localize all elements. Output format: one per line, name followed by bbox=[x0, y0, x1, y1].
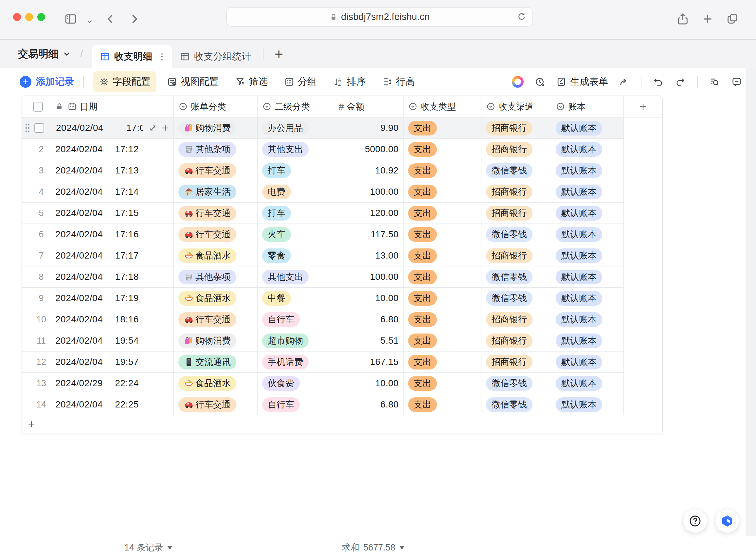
channel-cell[interactable]: 招商银行 bbox=[482, 352, 551, 373]
category-tag[interactable]: 购物消费 bbox=[178, 121, 236, 135]
date-cell[interactable]: 112024/02/0419:54 bbox=[22, 330, 174, 352]
channel-tag[interactable]: 招商银行 bbox=[486, 121, 532, 135]
date-cell[interactable]: 132024/02/2922:24 bbox=[22, 373, 174, 394]
subcategory-cell[interactable]: 伙食费 bbox=[258, 373, 334, 394]
ledger-cell[interactable]: 默认账本 bbox=[551, 139, 624, 160]
type-cell[interactable]: 支出 bbox=[403, 352, 482, 373]
type-cell[interactable]: 支出 bbox=[403, 266, 482, 288]
back-button-icon[interactable] bbox=[103, 11, 118, 27]
type-tag[interactable]: 支出 bbox=[408, 185, 437, 199]
ledger-tag[interactable]: 默认账本 bbox=[556, 142, 602, 157]
redo-icon[interactable] bbox=[674, 75, 687, 88]
ledger-cell[interactable]: 默认账本 bbox=[551, 203, 624, 224]
category-cell[interactable]: 食品酒水 bbox=[174, 373, 258, 394]
ledger-cell[interactable]: 默认账本 bbox=[551, 245, 624, 266]
channel-cell[interactable]: 招商银行 bbox=[482, 181, 551, 203]
ledger-cell[interactable]: 默认账本 bbox=[551, 224, 624, 245]
type-tag[interactable]: 支出 bbox=[408, 248, 437, 263]
amount-cell[interactable]: 9.90 bbox=[334, 117, 403, 139]
type-tag[interactable]: 支出 bbox=[408, 334, 437, 348]
amount-cell[interactable]: 100.00 bbox=[334, 181, 403, 203]
channel-cell[interactable]: 招商银行 bbox=[482, 245, 551, 266]
table-row[interactable]: 142024/02/0422:25行车交通自行车6.80支出微信零钱默认账本 bbox=[22, 394, 662, 415]
table-row[interactable]: 102024/02/0418:16行车交通自行车6.80支出招商银行默认账本 bbox=[22, 309, 662, 330]
tab-grouped-stats[interactable]: 收支分组统计 bbox=[172, 45, 259, 68]
subcategory-cell[interactable]: 手机话费 bbox=[258, 352, 334, 373]
type-tag[interactable]: 支出 bbox=[408, 355, 437, 370]
comment-icon[interactable] bbox=[731, 75, 743, 88]
channel-cell[interactable]: 招商银行 bbox=[482, 117, 551, 139]
category-cell[interactable]: 食品酒水 bbox=[174, 288, 258, 309]
amount-cell[interactable]: 10.92 bbox=[334, 160, 403, 181]
category-cell[interactable]: 其他杂项 bbox=[174, 139, 258, 160]
history-icon[interactable] bbox=[533, 75, 546, 88]
category-tag[interactable]: 其他杂项 bbox=[178, 270, 236, 285]
subcategory-tag[interactable]: 手机话费 bbox=[262, 355, 309, 370]
bitable-logo-button[interactable] bbox=[715, 509, 739, 533]
channel-tag[interactable]: 微信零钱 bbox=[486, 227, 532, 242]
category-cell[interactable]: 食品酒水 bbox=[174, 245, 258, 266]
channel-tag[interactable]: 微信零钱 bbox=[486, 376, 532, 391]
channel-tag[interactable]: 招商银行 bbox=[486, 355, 532, 370]
subcategory-tag[interactable]: 超市购物 bbox=[262, 334, 309, 348]
amount-cell[interactable]: 5000.00 bbox=[334, 139, 403, 160]
ledger-cell[interactable]: 默认账本 bbox=[551, 352, 624, 373]
channel-tag[interactable]: 微信零钱 bbox=[486, 163, 532, 178]
category-cell[interactable]: 交流通讯 bbox=[174, 352, 258, 373]
ledger-tag[interactable]: 默认账本 bbox=[556, 121, 602, 135]
reload-icon[interactable] bbox=[516, 12, 527, 22]
channel-tag[interactable]: 招商银行 bbox=[486, 334, 532, 348]
ledger-tag[interactable]: 默认账本 bbox=[556, 270, 602, 285]
generate-form-button[interactable]: 生成表单 bbox=[556, 75, 608, 88]
subcategory-tag[interactable]: 零食 bbox=[262, 248, 291, 263]
help-button[interactable] bbox=[683, 509, 707, 533]
subcategory-tag[interactable]: 打车 bbox=[262, 206, 291, 221]
table-row[interactable]: 122024/02/0419:57交流通讯手机话费167.15支出招商银行默认账… bbox=[22, 352, 662, 373]
category-cell[interactable]: 行车交通 bbox=[174, 394, 258, 415]
date-cell[interactable]: 72024/02/0417:17 bbox=[22, 245, 174, 266]
channel-cell[interactable]: 招商银行 bbox=[482, 330, 551, 352]
date-cell[interactable]: 32024/02/0417:13 bbox=[22, 160, 174, 181]
share-page-icon[interactable] bbox=[675, 11, 691, 27]
category-tag[interactable]: 购物消费 bbox=[178, 334, 236, 348]
type-tag[interactable]: 支出 bbox=[408, 227, 437, 242]
category-tag[interactable]: 行车交通 bbox=[178, 163, 236, 178]
subcategory-tag[interactable]: 中餐 bbox=[262, 291, 291, 306]
column-header-type[interactable]: 收支类型 bbox=[403, 96, 482, 117]
ledger-tag[interactable]: 默认账本 bbox=[556, 163, 602, 178]
column-header-amount[interactable]: # 金额 bbox=[334, 96, 403, 117]
category-tag[interactable]: 行车交通 bbox=[178, 312, 236, 327]
ledger-tag[interactable]: 默认账本 bbox=[556, 185, 602, 199]
category-cell[interactable]: 行车交通 bbox=[174, 309, 258, 330]
add-row-button[interactable] bbox=[22, 415, 662, 433]
amount-cell[interactable]: 13.00 bbox=[334, 245, 403, 266]
category-tag[interactable]: 行车交通 bbox=[178, 206, 236, 221]
column-header-subcategory[interactable]: 二级分类 bbox=[258, 96, 334, 117]
subcategory-cell[interactable]: 超市购物 bbox=[258, 330, 334, 352]
type-cell[interactable]: 支出 bbox=[403, 245, 482, 266]
ledger-tag[interactable]: 默认账本 bbox=[556, 397, 602, 412]
type-cell[interactable]: 支出 bbox=[403, 181, 482, 203]
ledger-tag[interactable]: 默认账本 bbox=[556, 291, 602, 306]
ledger-cell[interactable]: 默认账本 bbox=[551, 309, 624, 330]
category-tag[interactable]: 食品酒水 bbox=[178, 376, 236, 391]
channel-tag[interactable]: 招商银行 bbox=[486, 312, 532, 327]
ledger-cell[interactable]: 默认账本 bbox=[551, 160, 624, 181]
table-row[interactable]: 82024/02/0417:18其他杂项其他支出100.00支出微信零钱默认账本 bbox=[22, 266, 662, 288]
column-header-category[interactable]: 账单分类 bbox=[174, 96, 258, 117]
channel-tag[interactable]: 微信零钱 bbox=[486, 291, 532, 306]
toolbar-button-group-list[interactable]: 分组 bbox=[278, 71, 323, 92]
subcategory-cell[interactable]: 打车 bbox=[258, 203, 334, 224]
subcategory-tag[interactable]: 打车 bbox=[262, 163, 291, 178]
date-cell[interactable]: 62024/02/0417:16 bbox=[22, 224, 174, 245]
amount-cell[interactable]: 10.00 bbox=[334, 288, 403, 309]
channel-cell[interactable]: 招商银行 bbox=[482, 203, 551, 224]
share-view-icon[interactable] bbox=[618, 75, 630, 88]
drag-handle-icon[interactable] bbox=[24, 122, 31, 134]
scrollbar-gutter[interactable] bbox=[746, 68, 756, 536]
ledger-cell[interactable]: 默认账本 bbox=[551, 373, 624, 394]
subcategory-tag[interactable]: 自行车 bbox=[262, 397, 300, 412]
subcategory-tag[interactable]: 办公用品 bbox=[262, 121, 309, 135]
type-cell[interactable]: 支出 bbox=[403, 309, 482, 330]
base-table-selector[interactable]: 交易明细 bbox=[18, 47, 71, 61]
